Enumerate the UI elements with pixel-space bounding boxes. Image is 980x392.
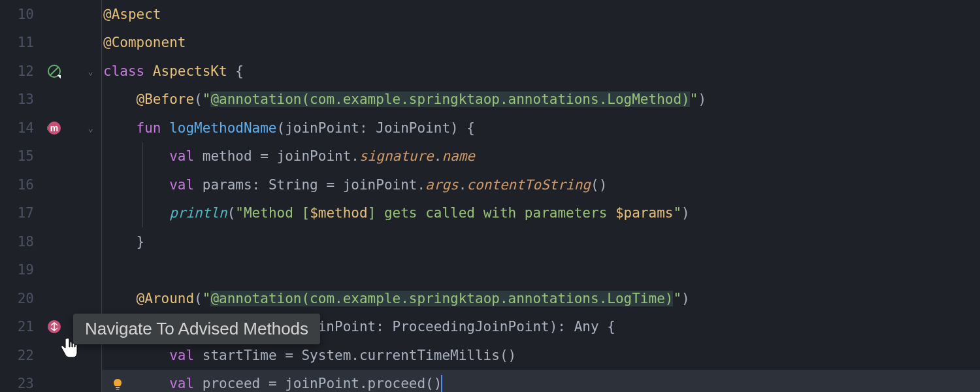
- code-line[interactable]: val startTime = System.currentTimeMillis…: [102, 341, 980, 370]
- line-number: 16: [0, 177, 39, 193]
- code-token: method = joinPoint.: [203, 148, 359, 164]
- code-token: AspectsKt: [153, 63, 235, 79]
- code-line[interactable]: val params: String = joinPoint.args.cont…: [102, 171, 980, 199]
- gutter-row: 22: [0, 341, 101, 370]
- line-number: 11: [0, 35, 39, 50]
- indent-guide: [142, 171, 143, 199]
- code-line[interactable]: @Component: [102, 29, 980, 57]
- code-token: println: [169, 205, 227, 221]
- code-token: $params: [615, 205, 674, 221]
- code-token: (: [227, 205, 236, 221]
- code-token: .: [434, 148, 442, 164]
- code-token: ": [203, 91, 211, 107]
- gutter-row: 11: [0, 29, 101, 57]
- no-inspection-icon[interactable]: [47, 64, 61, 78]
- code-token: $method: [310, 205, 368, 221]
- code-token: @Component: [103, 35, 186, 50]
- code-token: signature: [359, 148, 434, 164]
- gutter-row: 20: [0, 284, 101, 313]
- line-number: 10: [0, 7, 39, 22]
- line-number: 19: [0, 262, 39, 278]
- svg-line-1: [50, 67, 58, 75]
- gutter-row: 12⌄: [0, 57, 101, 86]
- gutter-row: 16: [0, 171, 101, 199]
- code-token: val: [169, 177, 203, 193]
- code-token: @Before: [137, 91, 195, 107]
- svg-rect-7: [116, 389, 120, 390]
- code-token: (: [277, 120, 286, 136]
- code-token: }: [137, 234, 145, 250]
- code-line[interactable]: val method = joinPoint.signature.name: [102, 142, 980, 171]
- line-number: 18: [0, 234, 39, 250]
- fold-toggle-icon[interactable]: ⌄: [88, 123, 93, 133]
- code-token: params: String = joinPoint.: [203, 177, 425, 193]
- code-line[interactable]: println("Method [$method] gets called wi…: [102, 199, 980, 228]
- code-line[interactable]: @Before("@annotation(com.example.springk…: [102, 86, 980, 114]
- code-token: @annotation(com.example.springktaop.anno…: [210, 291, 673, 306]
- line-number: 20: [0, 291, 39, 306]
- code-token: ): [698, 91, 706, 107]
- gutter-row: 14m⌄: [0, 114, 101, 142]
- code-token: ): [681, 291, 690, 306]
- line-number: 17: [0, 205, 39, 221]
- code-token: (: [194, 91, 203, 107]
- aspect-navigate-icon[interactable]: [47, 319, 61, 334]
- line-number: 15: [0, 148, 39, 164]
- line-number: 21: [0, 319, 39, 335]
- code-token: startTime = System.currentTimeMillis(): [203, 348, 516, 363]
- code-token: ": [673, 291, 681, 306]
- line-number: 12: [0, 63, 39, 79]
- code-line[interactable]: @Aspect: [102, 0, 980, 29]
- svg-marker-2: [57, 75, 61, 78]
- code-token: ] gets called with parameters: [368, 205, 615, 221]
- code-token: {: [235, 63, 244, 79]
- line-number: 23: [0, 376, 39, 391]
- indent-guide: [142, 199, 143, 228]
- code-token: @Aspect: [103, 7, 161, 22]
- code-token: "Method [: [235, 205, 310, 221]
- gutter-row: 23: [0, 370, 101, 393]
- code-line[interactable]: }: [102, 227, 980, 256]
- gutter-row: 15: [0, 142, 101, 171]
- gutter-row: 10: [0, 0, 101, 29]
- code-token: ": [690, 91, 698, 107]
- gutter-row: 17: [0, 199, 101, 228]
- code-token: .: [459, 177, 467, 193]
- code-token: (): [425, 376, 442, 391]
- code-line[interactable]: val proceed = joinPoint.proceed(): [102, 370, 980, 393]
- svg-text:m: m: [50, 123, 58, 133]
- gutter-row: 18: [0, 227, 101, 256]
- code-token: val: [169, 348, 203, 363]
- line-number: 13: [0, 91, 39, 107]
- fold-toggle-icon[interactable]: ⌄: [88, 66, 93, 76]
- code-token: contentToString: [466, 177, 591, 193]
- line-number: 14: [0, 120, 39, 136]
- gutter-row: 13: [0, 86, 101, 114]
- code-line[interactable]: [102, 256, 980, 285]
- code-token: (): [591, 177, 607, 193]
- code-token: ": [673, 205, 681, 221]
- code-token: args: [425, 177, 459, 193]
- code-token: joinPoint: JoinPoint: [285, 120, 450, 136]
- code-token: (: [194, 291, 203, 306]
- code-token: fun: [137, 120, 170, 136]
- code-token: proceed = joinPoint.proceed: [203, 376, 425, 391]
- method-gutter-icon[interactable]: m: [47, 121, 61, 135]
- svg-rect-6: [116, 387, 120, 388]
- code-token: @Around: [137, 291, 195, 306]
- code-token: ) {: [450, 120, 475, 136]
- code-token: logMethodName: [169, 120, 276, 136]
- code-line[interactable]: @Around("@annotation(com.example.springk…: [102, 284, 980, 313]
- code-line[interactable]: fun logMethodName(joinPoint: JoinPoint) …: [102, 114, 980, 142]
- indent-guide: [142, 142, 143, 171]
- code-line[interactable]: class AspectsKt {: [102, 57, 980, 86]
- code-token: name: [442, 148, 475, 164]
- code-token: ): [681, 205, 690, 221]
- intention-bulb-icon[interactable]: [111, 378, 124, 392]
- line-number: 22: [0, 348, 39, 363]
- code-token: @annotation(com.example.springktaop.anno…: [210, 91, 689, 107]
- code-token: val: [169, 376, 203, 391]
- code-token: ": [203, 291, 211, 306]
- gutter-row: 19: [0, 256, 101, 285]
- gutter-tooltip: Navigate To Advised Methods: [73, 314, 320, 344]
